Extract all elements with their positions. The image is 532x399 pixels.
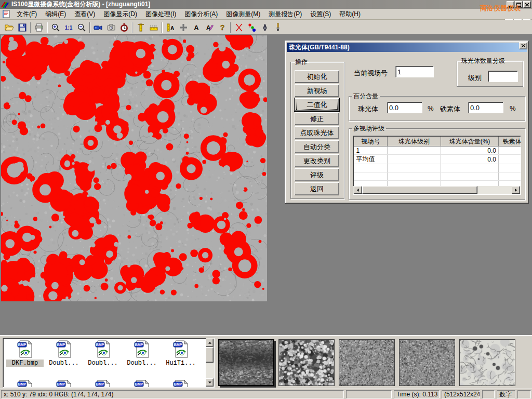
menu-item-help[interactable]: 帮助(H) [335, 9, 365, 19]
toolbar-separator [132, 22, 133, 33]
thumbnail-1[interactable] [218, 339, 274, 386]
table-row [354, 164, 522, 172]
colored-points-icon [247, 23, 257, 32]
toolbar-separator [89, 22, 90, 33]
micrograph-canvas[interactable] [1, 35, 267, 301]
col-field-number[interactable]: 视场号 [354, 137, 388, 147]
open-file-button[interactable] [3, 22, 15, 33]
thumbnail-3[interactable] [339, 339, 395, 386]
bmp-file-icon [17, 340, 33, 358]
menu-item-image-display[interactable]: 图像显示(D) [99, 9, 141, 19]
col-pearlite-percent[interactable]: 珠光体含量(%) [441, 137, 499, 147]
return-button[interactable]: 返回 [295, 182, 339, 195]
level-input[interactable] [488, 71, 518, 82]
menu-item-image-measure[interactable]: 图像测量(M) [222, 9, 264, 19]
svg-text:A: A [194, 24, 199, 32]
document-icon[interactable] [2, 10, 10, 18]
dialog-title: 珠光体(GB/T9441-88) [289, 43, 350, 52]
menu-item-edit[interactable]: 编辑(E) [41, 9, 70, 19]
grade-button[interactable]: 评级 [295, 168, 339, 181]
arrow-up-icon [208, 341, 212, 345]
camera-capture-button[interactable] [105, 22, 117, 33]
close-button[interactable] [523, 1, 531, 8]
bmp-file-icon [172, 340, 189, 358]
file-item[interactable] [162, 380, 200, 388]
zoom-in-button[interactable] [49, 22, 61, 33]
table-row[interactable]: 平均值 0.0 [354, 155, 522, 164]
point-marker-button[interactable] [246, 22, 258, 33]
move-cross-button[interactable] [177, 22, 189, 33]
save-button[interactable] [16, 22, 28, 33]
pearlite-label: 珠光体 [358, 104, 378, 114]
menu-item-image-analysis[interactable]: 图像分析(A) [180, 9, 222, 19]
file-item[interactable]: Doubl... [123, 340, 161, 367]
cell: 平均值 [354, 155, 388, 164]
svg-text:A: A [170, 25, 174, 31]
bmp-file-icon [172, 380, 189, 388]
current-field-input[interactable] [395, 66, 434, 77]
ferrite-percent-input[interactable] [468, 102, 503, 113]
vertical-caliper-button[interactable] [135, 22, 147, 33]
status-bar: x: 510 y: 79 idx: 0 RGB: (174, 174, 174)… [0, 389, 532, 399]
file-item[interactable] [6, 380, 44, 388]
bmp-file-icon [17, 380, 33, 388]
pen-annotate-button[interactable] [259, 22, 271, 33]
timer-button[interactable] [118, 22, 130, 33]
change-class-button[interactable]: 更改类别 [295, 154, 339, 167]
dialog-close-button[interactable] [519, 42, 527, 49]
pearlite-percent-input[interactable] [387, 102, 422, 113]
file-name: Doubl... [45, 360, 83, 367]
arrow-down-icon [208, 380, 212, 384]
correct-button[interactable]: 修正 [295, 112, 339, 125]
horizontal-ruler-button[interactable] [148, 22, 159, 33]
menu-item-file[interactable]: 文件(F) [12, 9, 41, 19]
col-pearlite-grade[interactable]: 珠光体级别 [388, 137, 441, 147]
menu-item-report[interactable]: 测量报告(P) [264, 9, 306, 19]
video-capture-button[interactable] [92, 22, 104, 33]
auto-classify-button[interactable]: 自动分类 [295, 140, 339, 153]
grading-table: 视场号 珠光体级别 珠光体含量(%) 铁素体含量(%) 1 0.0 平均值 [353, 136, 521, 195]
bmp-file-icon [56, 380, 72, 388]
text-edit-button[interactable]: A [203, 22, 215, 33]
help-button[interactable]: ? [216, 22, 228, 33]
h-scroll-thumb[interactable] [362, 186, 477, 194]
v-scroll-thumb[interactable] [206, 347, 214, 363]
floppy-icon [18, 23, 27, 32]
menu-item-view[interactable]: 查看(V) [70, 9, 99, 19]
col-ferrite-percent[interactable]: 铁素体含量(%) [499, 137, 522, 147]
operation-group-title: 操作 [294, 58, 309, 66]
file-item[interactable] [84, 380, 122, 388]
image-size-panel: (512x512x24) [442, 390, 480, 398]
text-annotate-button[interactable]: A [190, 22, 202, 33]
bottom-panel: BMP DKF.bmp Doubl... Doubl... Doubl... [0, 335, 532, 389]
caliper-measure-button[interactable]: A [164, 22, 176, 33]
file-item[interactable] [45, 380, 83, 388]
init-button[interactable]: 初始化 [295, 70, 339, 83]
file-item[interactable] [123, 380, 161, 388]
menu-item-image-process[interactable]: 图像处理(I) [141, 9, 180, 19]
file-item[interactable]: Doubl... [84, 340, 122, 367]
mode-panel: 数字 [497, 390, 515, 398]
scroll-up-button[interactable] [206, 339, 214, 347]
file-item[interactable]: HuiTi... [162, 340, 200, 367]
binarize-button[interactable]: 二值化 [295, 98, 339, 111]
file-item[interactable]: DKF.bmp [6, 340, 44, 367]
new-field-button[interactable]: 新视场 [295, 84, 339, 97]
thumbnail-5[interactable] [459, 339, 515, 386]
thumbnail-4[interactable] [399, 339, 455, 386]
thumbnail-2[interactable] [278, 339, 335, 386]
table-row[interactable]: 1 0.0 [354, 147, 522, 155]
zoom-out-button[interactable] [75, 22, 87, 33]
print-button[interactable] [33, 22, 45, 33]
brush-annotate-button[interactable] [272, 22, 284, 33]
percent-sign: % [510, 104, 516, 112]
scroll-right-button[interactable] [512, 186, 520, 194]
scroll-down-button[interactable] [206, 378, 214, 387]
menu-item-settings[interactable]: 设置(S) [306, 9, 335, 19]
pick-pearlite-button[interactable]: 点取珠光体 [295, 126, 339, 139]
scroll-left-button[interactable] [354, 186, 362, 194]
caliper-a-icon: A [166, 23, 175, 32]
file-item[interactable]: Doubl... [45, 340, 83, 367]
curve-measure-button[interactable] [233, 22, 245, 33]
actual-size-button[interactable]: 1:1 [62, 22, 74, 33]
